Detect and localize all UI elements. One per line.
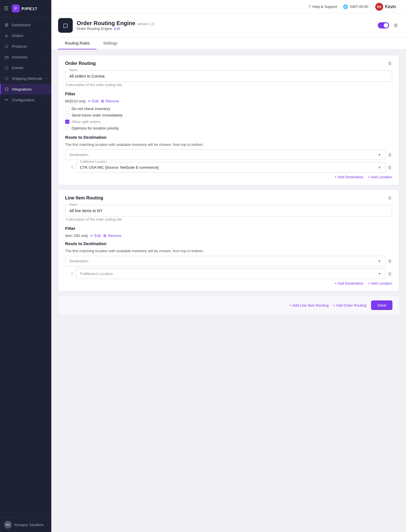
- products-icon: ◻: [4, 44, 9, 49]
- sidebar-item-label: Integrations: [12, 87, 47, 91]
- sidebar-logo: P PIPE17: [12, 5, 37, 12]
- user-name: Kevin: [385, 4, 396, 9]
- sidebar-footer[interactable]: AS Amrapur Sandbox ›: [0, 517, 51, 532]
- sidebar-item-orders[interactable]: ≡ Orders ›: [0, 30, 51, 41]
- route-heading: Route to Destination: [65, 241, 392, 246]
- name-field-value: All line items to NY: [69, 208, 102, 213]
- sidebar-item-inventory[interactable]: 🗃 Inventory ›: [0, 52, 51, 62]
- checkbox-input[interactable]: [65, 107, 69, 111]
- filter-edit-button[interactable]: ✏ Edit: [90, 234, 101, 238]
- globe-icon: 🌐: [343, 4, 348, 9]
- tab-settings[interactable]: Settings: [96, 38, 124, 49]
- hamburger-icon[interactable]: ☰: [4, 5, 8, 12]
- card-delete-button[interactable]: 🗑: [388, 195, 392, 201]
- add-location-button[interactable]: + Add Location: [368, 281, 392, 285]
- delete-app-button[interactable]: 🗑: [392, 22, 399, 29]
- filter-remove-button[interactable]: 🗑 Remove: [103, 234, 121, 238]
- drag-handle-icon[interactable]: ⠿: [71, 165, 74, 170]
- chevron-down-icon: ▼: [378, 166, 381, 170]
- enable-toggle[interactable]: [378, 22, 389, 28]
- chevron-right-icon: ›: [46, 523, 47, 526]
- help-support-button[interactable]: ? Help & Support: [308, 4, 337, 9]
- checkbox-input[interactable]: [65, 126, 69, 130]
- trash-icon: 🗑: [101, 99, 104, 103]
- app-header-right: 🗑: [378, 22, 399, 29]
- card-header: Line Item Routing 🗑: [65, 195, 392, 201]
- help-icon: ?: [308, 4, 310, 9]
- pencil-icon: ✏: [90, 234, 93, 238]
- filter-row: Item 330 only ✏ Edit 🗑 Remove: [65, 234, 392, 238]
- add-destination-button[interactable]: + Add Destination: [334, 175, 363, 179]
- destination-placeholder: Destination: [69, 153, 89, 157]
- add-destination-button[interactable]: + Add Destination: [334, 281, 363, 285]
- sidebar-nav: ⊞ Dashboard ≡ Orders › ◻ Products 🗃 Inve…: [0, 17, 51, 517]
- filter-edit-button[interactable]: ✏ Edit: [88, 99, 98, 103]
- help-label: Help & Support: [312, 5, 337, 9]
- destination-placeholder: Destination: [69, 259, 89, 263]
- sidebar-item-label: Dashboard: [12, 23, 47, 27]
- row-delete-button[interactable]: 🗑: [388, 259, 392, 264]
- checkbox-list: Do not check inventory Send future order…: [65, 107, 392, 130]
- orders-icon: ≡: [4, 33, 9, 38]
- card-delete-button[interactable]: 🗑: [388, 61, 392, 66]
- user-avatar: AS: [4, 521, 12, 529]
- row-delete-button[interactable]: 🗑: [388, 271, 392, 276]
- chevron-right-icon: ›: [46, 77, 47, 80]
- main-content: ? Help & Support 🌐 GMT-05:00 KK Kevin ◻ …: [51, 0, 406, 532]
- sidebar-item-label: Products: [12, 44, 47, 49]
- edit-link[interactable]: Edit: [114, 27, 120, 31]
- routing-area: Order Routing 🗑 Name All orders to Coron…: [51, 49, 406, 320]
- integrations-icon: ⬡: [4, 87, 9, 92]
- route-description: The first matching location with availab…: [65, 142, 392, 147]
- workspace-name: Amrapur Sandbox: [14, 523, 44, 527]
- filter-heading: Filter: [65, 226, 392, 231]
- events-icon: ⬡: [4, 65, 9, 70]
- destination-row: Destination ▼ 🗑: [65, 150, 392, 160]
- sidebar-item-configuration[interactable]: ✂ Configuration ›: [0, 94, 51, 105]
- row-delete-button[interactable]: 🗑: [388, 152, 392, 157]
- add-order-routing-button[interactable]: + Add Order Routing: [333, 303, 367, 307]
- tab-routing-rules[interactable]: Routing Rules: [58, 38, 96, 49]
- order-routing-card: Order Routing 🗑 Name All orders to Coron…: [58, 55, 399, 185]
- save-button[interactable]: Save: [371, 300, 392, 310]
- add-buttons-row: + Add Destination + Add Location: [65, 281, 392, 285]
- checkbox-input[interactable]: ✓: [65, 120, 69, 124]
- timezone-selector[interactable]: 🌐 GMT-05:00: [343, 4, 368, 9]
- sidebar-item-integrations[interactable]: ⬡ Integrations: [0, 84, 51, 94]
- route-heading: Route to Destination: [65, 135, 392, 140]
- name-field: Name All line items to NY: [65, 205, 392, 216]
- add-buttons-row: + Add Destination + Add Location: [65, 175, 392, 179]
- sidebar-item-shipping-methods[interactable]: ⬡ Shipping Methods ›: [0, 73, 51, 84]
- checkbox-input[interactable]: [65, 113, 69, 117]
- name-description: A description of this order routing rule…: [65, 217, 392, 221]
- sidebar-item-dashboard[interactable]: ⊞ Dashboard: [0, 19, 51, 30]
- filter-name: Item 330 only: [65, 234, 88, 238]
- name-field-label: Name: [68, 68, 79, 72]
- destination-select[interactable]: Destination ▼: [65, 150, 385, 160]
- add-line-item-routing-button[interactable]: + Add Line Item Routing: [289, 303, 328, 307]
- sidebar-item-events[interactable]: ⬡ Events: [0, 62, 51, 73]
- chevron-down-icon: ▼: [378, 259, 381, 263]
- fulfillment-label: Fulfillment Location: [79, 160, 108, 163]
- sidebar-item-label: Orders: [12, 34, 43, 38]
- card-title: Line Item Routing: [65, 195, 103, 201]
- app-title: Order Routing Engine version 1.0: [77, 20, 154, 27]
- row-delete-button[interactable]: 🗑: [388, 165, 392, 170]
- fulfillment-select[interactable]: Fulfillment Location ▼: [76, 269, 385, 279]
- destination-select[interactable]: Destination ▼: [65, 256, 385, 266]
- drag-handle-icon[interactable]: ⠿: [71, 272, 74, 276]
- checkbox-label: Send future order immediately: [72, 113, 123, 117]
- logo-icon: P: [12, 5, 20, 12]
- add-location-button[interactable]: + Add Location: [368, 175, 392, 179]
- filter-remove-button[interactable]: 🗑 Remove: [101, 99, 119, 103]
- inventory-icon: 🗃: [4, 54, 9, 60]
- user-menu[interactable]: KK Kevin: [374, 2, 399, 12]
- fulfillment-select[interactable]: Fulfillment Location CTK USA INC [Source…: [76, 162, 385, 173]
- sidebar-item-label: Shipping Methods: [12, 76, 43, 81]
- location-row: ⠿ Fulfillment Location ▼ 🗑: [65, 269, 392, 279]
- chevron-down-icon: ▼: [378, 153, 381, 157]
- tabs: Routing Rules Settings: [51, 38, 406, 49]
- checkbox-send-future: Send future order immediately: [65, 113, 392, 117]
- checkbox-no-check-inventory: Do not check inventory: [65, 107, 392, 111]
- sidebar-item-products[interactable]: ◻ Products: [0, 41, 51, 52]
